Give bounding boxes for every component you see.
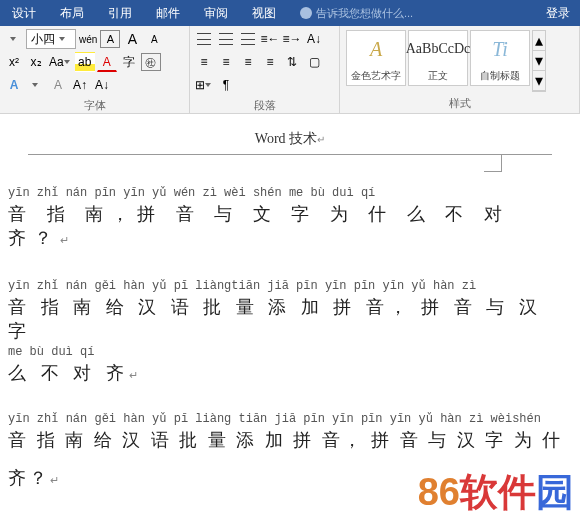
tab-design[interactable]: 设计 <box>0 0 48 26</box>
font-group: 小四 wén A A A x² x₂ Aa ab A 字 ㊓ A A <box>0 26 190 114</box>
shrink-font2-button[interactable]: A↓ <box>92 75 112 95</box>
tab-mailings[interactable]: 邮件 <box>144 0 192 26</box>
site-watermark: 8 6 软件 园 <box>412 465 580 520</box>
ribbon-tab-bar: 设计 布局 引用 邮件 审阅 视图 告诉我您想做什么... 登录 <box>0 0 580 26</box>
document-area[interactable]: Word 技术 yīn zhǐ nán pīn yīn yǔ wén zì wè… <box>0 114 580 520</box>
bulb-icon <box>300 7 312 19</box>
align-left-button[interactable]: ≡ <box>194 52 214 72</box>
style-preview: Ti <box>492 31 508 67</box>
font-color-button[interactable]: A <box>97 52 117 72</box>
style-normal[interactable]: AaBbCcDc 正文 <box>408 30 468 86</box>
highlight-button[interactable]: ab <box>75 52 95 72</box>
watermark-text: 软件 <box>460 467 536 518</box>
tell-me-placeholder: 告诉我您想做什么... <box>316 6 413 21</box>
font-dropdown-arrow[interactable] <box>4 29 24 49</box>
style-preview: A <box>370 31 382 67</box>
tab-review[interactable]: 审阅 <box>192 0 240 26</box>
login-button[interactable]: 登录 <box>536 0 580 26</box>
justify-button[interactable]: ≡ <box>260 52 280 72</box>
ruby-text: yīn zhǐ nán gěi hàn yǔ pī liàng tiān jiā… <box>8 411 572 426</box>
text-effects-button[interactable]: A <box>4 75 24 95</box>
gallery-more-icon[interactable]: ▾ <box>533 71 545 91</box>
gallery-up-icon[interactable]: ▴ <box>533 31 545 51</box>
ribbon-toolbar: 小四 wén A A A x² x₂ Aa ab A 字 ㊓ A A <box>0 26 580 114</box>
style-custom-title[interactable]: Ti 自制标题 <box>470 30 530 86</box>
bullets-button[interactable] <box>194 29 214 49</box>
change-case-button[interactable]: Aa <box>48 52 73 72</box>
borders-button[interactable]: ⊞ <box>194 75 214 95</box>
style-name: 金色艺术字 <box>351 67 401 85</box>
tab-view[interactable]: 视图 <box>240 0 288 26</box>
paragraph-group: ≡← ≡→ A↓ ≡ ≡ ≡ ≡ ⇅ ▢ ⊞ ¶ 段落 <box>190 26 340 114</box>
numbering-button[interactable] <box>216 29 236 49</box>
superscript-button[interactable]: x² <box>4 52 24 72</box>
char-shading-button[interactable]: 字 <box>119 52 139 72</box>
char-border-button[interactable]: A <box>100 30 120 48</box>
decrease-indent-button[interactable]: ≡← <box>260 29 280 49</box>
subscript-button[interactable]: x₂ <box>26 52 46 72</box>
page-header[interactable]: Word 技术 <box>28 124 552 155</box>
show-marks-button[interactable]: ¶ <box>216 75 236 95</box>
align-right-button[interactable]: ≡ <box>238 52 258 72</box>
font-size-combo[interactable]: 小四 <box>26 29 76 49</box>
clear-format-button[interactable]: A <box>48 75 68 95</box>
ruby-text: me bù duì qí <box>8 345 572 359</box>
styles-group: A 金色艺术字 AaBbCcDc 正文 Ti 自制标题 ▴ ▾ ▾ 样式 <box>340 26 580 114</box>
grow-font2-button[interactable]: A↑ <box>70 75 90 95</box>
multilevel-button[interactable] <box>238 29 258 49</box>
line-spacing-button[interactable]: ⇅ <box>282 52 302 72</box>
tab-layout[interactable]: 布局 <box>48 0 96 26</box>
style-preview: AaBbCcDc <box>406 31 471 67</box>
grow-font-button[interactable]: A <box>122 29 142 49</box>
ruby-text: yīn zhǐ nán pīn yīn yǔ wén zì wèi shén m… <box>8 185 572 200</box>
hanzi-text[interactable]: 音 指 南 给 汉 语 批 量 添 加 拼 音， 拼 音 与 汉 字 为 什 <box>8 428 572 452</box>
hanzi-text[interactable]: 么 不 对 齐 <box>8 361 572 385</box>
align-center-button[interactable]: ≡ <box>216 52 236 72</box>
enclose-char-button[interactable]: ㊓ <box>141 53 161 71</box>
text-effects-arrow[interactable] <box>26 75 46 95</box>
hanzi-text[interactable]: 音 指 南 给 汉 语 批 量 添 加 拼 音， 拼 音 与 汉 字 <box>8 295 572 343</box>
ruby-text: yīn zhǐ nán gěi hàn yǔ pī liàngtiān jiā … <box>8 278 572 293</box>
font-size-value: 小四 <box>31 31 55 48</box>
styles-group-label: 样式 <box>344 94 575 113</box>
sort-button[interactable]: A↓ <box>304 29 324 49</box>
gallery-scroll[interactable]: ▴ ▾ ▾ <box>532 30 546 92</box>
style-gold-art[interactable]: A 金色艺术字 <box>346 30 406 86</box>
tell-me-search[interactable]: 告诉我您想做什么... <box>288 0 536 26</box>
hanzi-text[interactable]: 音 指 南，拼 音 与 文 字 为 什 么 不 对 齐？ <box>8 202 572 250</box>
shading-button[interactable]: ▢ <box>304 52 324 72</box>
gallery-down-icon[interactable]: ▾ <box>533 51 545 71</box>
watermark-digit: 6 <box>439 471 460 514</box>
watermark-text: 园 <box>536 467 574 518</box>
font-group-label: 字体 <box>4 96 185 115</box>
header-corner-mark <box>484 154 502 172</box>
style-name: 正文 <box>428 67 448 85</box>
tab-references[interactable]: 引用 <box>96 0 144 26</box>
watermark-digit: 8 <box>418 471 439 514</box>
increase-indent-button[interactable]: ≡→ <box>282 29 302 49</box>
style-name: 自制标题 <box>480 67 520 85</box>
paragraph-group-label: 段落 <box>194 96 335 115</box>
ruby-guide-button[interactable]: wén <box>78 29 98 49</box>
shrink-font-button[interactable]: A <box>144 29 164 49</box>
styles-gallery[interactable]: A 金色艺术字 AaBbCcDc 正文 Ti 自制标题 ▴ ▾ ▾ <box>344 28 548 94</box>
